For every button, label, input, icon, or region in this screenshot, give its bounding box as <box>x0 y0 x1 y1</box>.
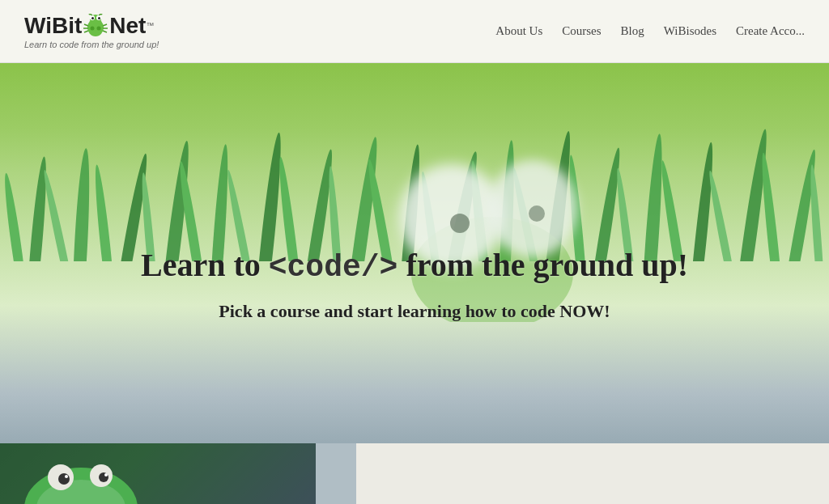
svg-point-6 <box>91 26 95 30</box>
hero-subheadline: Pick a course and start learning how to … <box>141 301 688 322</box>
logo-part1: WiBit <box>24 15 82 37</box>
headline-after: from the ground up! <box>397 247 688 283</box>
site-header: WiBit <box>0 0 829 63</box>
nav-about-us[interactable]: About Us <box>495 24 542 38</box>
hero-headline: Learn to <code/> from the ground up! <box>141 245 688 287</box>
logo-part2: Net <box>109 15 146 37</box>
bottom-right-panel <box>356 443 829 504</box>
main-nav: About Us Courses Blog WiBisodes Create A… <box>495 24 805 38</box>
svg-point-4 <box>91 17 94 19</box>
svg-line-15 <box>103 24 107 26</box>
bottom-left-panel <box>0 443 316 504</box>
logo-title: WiBit <box>24 14 159 38</box>
bottom-center-gap <box>316 443 356 504</box>
svg-line-14 <box>84 31 88 32</box>
hero-text-block: Learn to <code/> from the ground up! Pic… <box>108 229 721 339</box>
svg-point-21 <box>70 148 93 261</box>
hero-section: Learn to <code/> from the ground up! Pic… <box>0 63 829 504</box>
nav-courses[interactable]: Courses <box>562 24 601 38</box>
svg-point-7 <box>97 26 101 30</box>
svg-point-65 <box>65 475 68 478</box>
svg-point-18 <box>2 172 32 261</box>
headline-code: <code/> <box>269 250 398 285</box>
svg-line-12 <box>84 24 88 26</box>
svg-point-5 <box>98 17 100 19</box>
nav-create-account[interactable]: Create Acco... <box>736 24 805 38</box>
logo-area: WiBit <box>24 14 159 49</box>
nav-blog[interactable]: Blog <box>621 24 644 38</box>
svg-point-52 <box>808 164 827 261</box>
logo-tagline: Learn to code from the ground up! <box>24 40 159 49</box>
svg-line-17 <box>103 31 107 32</box>
svg-point-57 <box>529 205 545 222</box>
headline-before: Learn to <box>141 247 269 283</box>
svg-point-50 <box>759 152 788 261</box>
svg-point-66 <box>104 473 108 476</box>
nav-wibisodes[interactable]: WiBisodes <box>664 24 716 38</box>
svg-point-63 <box>58 473 70 485</box>
logo-tm: ™ <box>146 22 154 30</box>
bottom-strip <box>0 443 829 504</box>
logo-bug-icon <box>82 14 109 38</box>
